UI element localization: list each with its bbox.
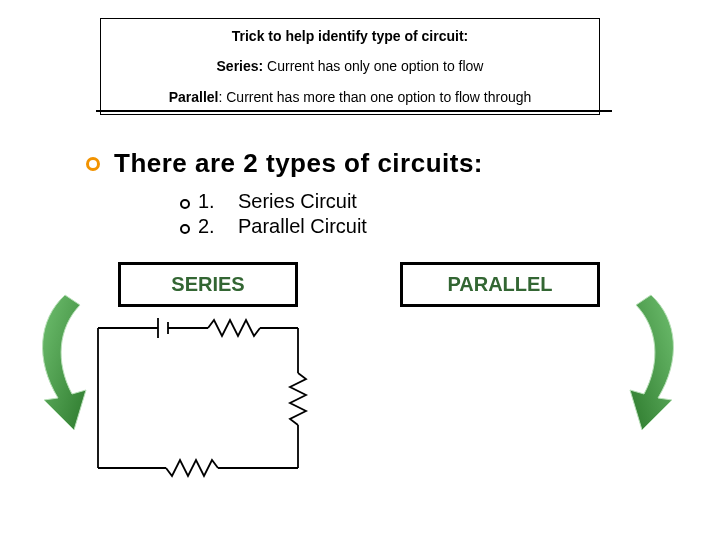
list-item-text: Series Circuit <box>238 190 357 213</box>
list-item-number: 1. <box>198 190 230 213</box>
trick-title: Trick to help identify type of circuit: <box>109 25 591 47</box>
list-item: 1. Series Circuit <box>180 190 367 213</box>
curved-arrow-right-icon <box>616 290 686 440</box>
heading-row: There are 2 types of circuits: <box>86 148 483 179</box>
trick-parallel-text: : Current has more than one option to fl… <box>218 89 531 105</box>
ring-bullet-small-icon <box>180 224 190 234</box>
ring-bullet-small-icon <box>180 199 190 209</box>
curved-arrow-left-icon <box>30 290 100 440</box>
trick-series-text: Current has only one option to flow <box>263 58 483 74</box>
trick-series-label: Series: <box>217 58 264 74</box>
series-label-box: SERIES <box>118 262 298 307</box>
parallel-label-box: PARALLEL <box>400 262 600 307</box>
title-underline <box>96 110 612 112</box>
list-item-number: 2. <box>198 215 230 238</box>
trick-box: Trick to help identify type of circuit: … <box>100 18 600 115</box>
trick-parallel-line: Parallel: Current has more than one opti… <box>109 86 591 108</box>
ring-bullet-icon <box>86 157 100 171</box>
series-circuit-diagram <box>88 318 318 488</box>
heading-text: There are 2 types of circuits: <box>114 148 483 179</box>
list-item-text: Parallel Circuit <box>238 215 367 238</box>
circuit-type-list: 1. Series Circuit 2. Parallel Circuit <box>180 190 367 240</box>
trick-parallel-label: Parallel <box>169 89 219 105</box>
list-item: 2. Parallel Circuit <box>180 215 367 238</box>
trick-series-line: Series: Current has only one option to f… <box>109 55 591 77</box>
